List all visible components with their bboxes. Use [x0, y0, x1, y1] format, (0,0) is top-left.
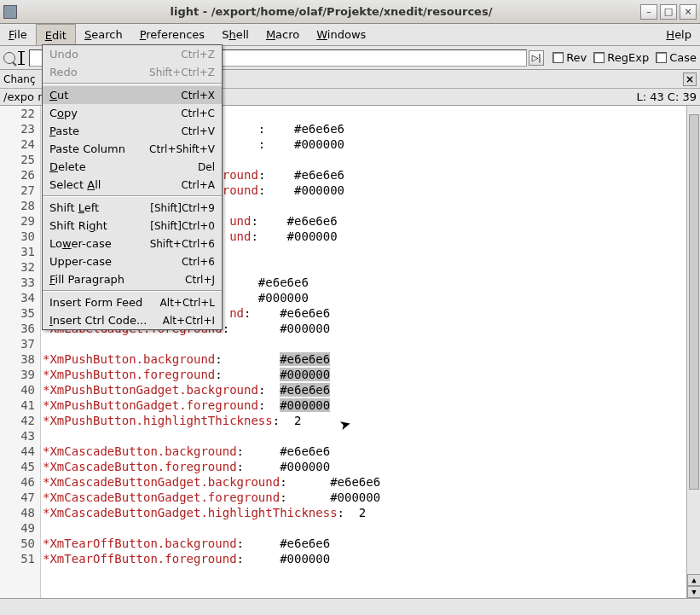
search-icon — [3, 52, 15, 64]
vertical-scrollbar[interactable]: ▲ ▼ — [686, 106, 700, 598]
scroll-down-button[interactable]: ▼ — [687, 586, 700, 598]
regexp-label: RegExp — [607, 51, 649, 64]
rev-label: Rev — [566, 51, 587, 64]
scrollbar-thumb[interactable] — [689, 114, 699, 490]
regexp-checkbox[interactable]: RegExp — [593, 51, 649, 64]
goto-end-button[interactable]: ▷| — [529, 50, 544, 66]
window-title: light - /export/home/olaf/Projekte/xnedi… — [22, 5, 640, 18]
separator — [43, 290, 222, 292]
maximize-button[interactable]: □ — [660, 4, 677, 20]
line-gutter: 2223242526272829303132333435363738394041… — [0, 106, 41, 598]
menu-shift-left[interactable]: Shift Left[Shift]Ctrl+9 — [43, 199, 222, 217]
menu-macro[interactable]: Macro — [257, 24, 308, 45]
edit-dropdown: UndoCtrl+Z RedoShift+Ctrl+Z CutCtrl+X Co… — [42, 44, 223, 330]
minimize-button[interactable]: – — [640, 4, 657, 20]
close-button[interactable]: × — [680, 4, 697, 20]
menu-lower-case[interactable]: Lower-caseShift+Ctrl+6 — [43, 235, 222, 252]
statusbar — [0, 598, 700, 615]
case-label: Case — [669, 51, 697, 64]
menu-paste-column[interactable]: Paste ColumnCtrl+Shift+V — [43, 140, 222, 158]
menu-shift-right[interactable]: Shift Right[Shift]Ctrl+0 — [43, 217, 222, 235]
menu-file[interactable]: File — [0, 24, 36, 45]
menubar: File Edit Search Preferences Shell Macro… — [0, 24, 700, 46]
line-col-text: L: 43 C: 39 — [636, 90, 697, 103]
menu-shell[interactable]: Shell — [213, 24, 257, 45]
menu-cut[interactable]: CutCtrl+X — [43, 86, 222, 104]
menu-select-all[interactable]: Select AllCtrl+A — [43, 176, 222, 194]
menu-fill-paragraph[interactable]: Fill ParagraphCtrl+J — [43, 270, 222, 288]
menu-upper-case[interactable]: Upper-caseCtrl+6 — [43, 252, 222, 270]
menu-windows[interactable]: Windows — [308, 24, 374, 45]
menu-delete[interactable]: DeleteDel — [43, 158, 222, 176]
separator — [43, 83, 222, 84]
caret-icon — [20, 51, 22, 65]
menu-undo[interactable]: UndoCtrl+Z — [43, 45, 222, 63]
case-checkbox[interactable]: Case — [656, 51, 697, 64]
menu-insert-form-feed[interactable]: Insert Form FeedAlt+Ctrl+L — [43, 293, 222, 311]
separator — [43, 195, 222, 197]
rev-checkbox[interactable]: Rev — [552, 51, 587, 64]
menu-help[interactable]: Help — [657, 24, 700, 45]
app-icon — [3, 5, 17, 19]
window-controls: – □ × — [640, 4, 697, 20]
menu-edit[interactable]: Edit — [36, 24, 76, 45]
menu-insert-ctrl-code[interactable]: Insert Ctrl Code...Alt+Ctrl+I — [43, 311, 222, 329]
close-panel-button[interactable]: × — [683, 73, 697, 86]
menu-paste[interactable]: PasteCtrl+V — [43, 122, 222, 140]
menu-copy[interactable]: CopyCtrl+C — [43, 104, 222, 122]
menu-search[interactable]: Search — [76, 24, 131, 45]
menu-preferences[interactable]: Preferences — [131, 24, 213, 45]
titlebar: light - /export/home/olaf/Projekte/xnedi… — [0, 0, 700, 24]
menu-redo[interactable]: RedoShift+Ctrl+Z — [43, 63, 222, 81]
changed-label: Chanç — [3, 73, 41, 85]
